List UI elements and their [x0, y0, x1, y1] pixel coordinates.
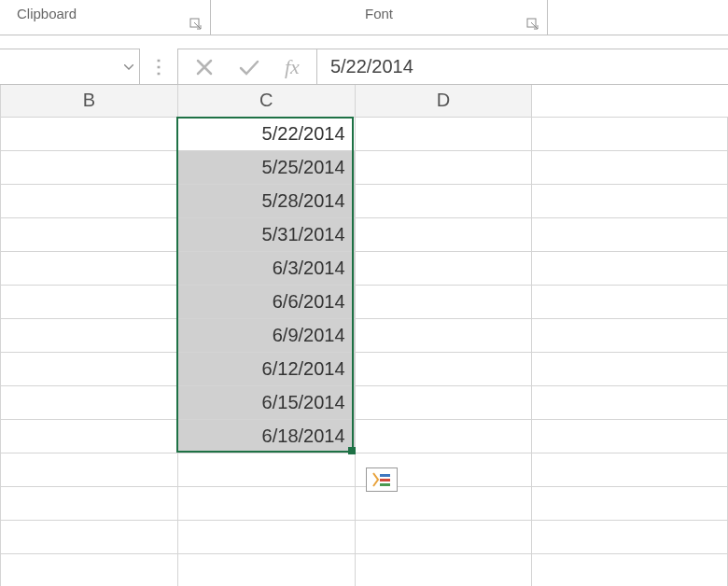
cell[interactable]: [532, 184, 728, 217]
table-row: 6/9/2014: [1, 318, 728, 352]
insert-function-icon[interactable]: fx: [285, 55, 300, 79]
table-row: 6/15/2014: [1, 385, 728, 419]
table-row: 6/18/2014: [1, 419, 728, 453]
cell[interactable]: 5/28/2014: [177, 184, 355, 217]
cell[interactable]: [355, 553, 532, 586]
cell[interactable]: [1, 553, 178, 586]
column-header-B[interactable]: B: [1, 85, 178, 117]
cell[interactable]: [1, 453, 178, 486]
cell[interactable]: [355, 217, 532, 251]
cell[interactable]: [532, 553, 728, 586]
cell[interactable]: [532, 150, 728, 184]
ribbon-group-clipboard: Clipboard: [0, 0, 210, 35]
cell[interactable]: 5/25/2014: [177, 150, 355, 184]
name-box-dropdown-icon[interactable]: [119, 64, 139, 70]
table-row: 6/6/2014: [1, 285, 728, 318]
cell[interactable]: [532, 318, 728, 352]
cell[interactable]: [1, 251, 178, 285]
cell[interactable]: [1, 486, 178, 520]
table-row: [1, 520, 728, 553]
cell[interactable]: [532, 520, 728, 553]
column-header-row: A B C D: [1, 85, 728, 117]
table-row: 5/31/2014: [1, 217, 728, 251]
cell[interactable]: [355, 117, 532, 150]
ribbon-group-font-label: Font: [365, 6, 393, 21]
cell[interactable]: [355, 520, 532, 553]
cell[interactable]: [1, 318, 178, 352]
autofill-options-button[interactable]: [366, 467, 398, 492]
cell[interactable]: 6/15/2014: [177, 385, 355, 419]
cell[interactable]: 6/9/2014: [177, 318, 355, 352]
column-header-D[interactable]: D: [355, 85, 532, 117]
cell[interactable]: [177, 453, 355, 486]
name-box[interactable]: [0, 49, 140, 84]
cell[interactable]: [532, 352, 728, 385]
svg-rect-3: [380, 479, 390, 481]
cell[interactable]: [355, 385, 532, 419]
formula-input[interactable]: 5/22/2014: [316, 49, 728, 84]
ribbon-group-row: Clipboard Font: [0, 0, 728, 35]
table-row: [1, 486, 728, 520]
cell[interactable]: [355, 419, 532, 453]
cell[interactable]: 5/31/2014: [177, 217, 355, 251]
cell[interactable]: [532, 251, 728, 285]
svg-rect-2: [380, 474, 390, 477]
clipboard-dialog-launcher-icon[interactable]: [189, 18, 203, 31]
cell[interactable]: [532, 419, 728, 453]
cell[interactable]: [1, 184, 178, 217]
table-row: 6/3/2014: [1, 251, 728, 285]
cell[interactable]: [532, 285, 728, 318]
formula-bar-separator: ⋮: [140, 49, 177, 84]
sheet-table[interactable]: A B C D 5/22/2014 5/25/2014 5/28/2014 5/…: [0, 85, 728, 586]
cell[interactable]: [532, 117, 728, 150]
cancel-icon[interactable]: [195, 58, 214, 77]
cell[interactable]: [532, 217, 728, 251]
table-row: 5/25/2014: [1, 150, 728, 184]
cell[interactable]: [355, 184, 532, 217]
cell[interactable]: [355, 251, 532, 285]
cell[interactable]: [355, 285, 532, 318]
cell[interactable]: [532, 486, 728, 520]
ribbon-group-font: Font: [211, 0, 547, 35]
cell[interactable]: [177, 520, 355, 553]
cell[interactable]: 5/22/2014: [177, 117, 355, 150]
cell[interactable]: 6/12/2014: [177, 352, 355, 385]
cell[interactable]: 6/6/2014: [177, 285, 355, 318]
cell[interactable]: [1, 520, 178, 553]
font-dialog-launcher-icon[interactable]: [526, 18, 539, 31]
ribbon-group-remainder: [548, 0, 728, 35]
cell[interactable]: [532, 385, 728, 419]
ribbon-group-clipboard-label: Clipboard: [17, 6, 77, 21]
cell[interactable]: [532, 453, 728, 486]
table-row: [1, 553, 728, 586]
cell[interactable]: [177, 553, 355, 586]
cell[interactable]: [355, 318, 532, 352]
formula-bar-buttons: fx: [177, 49, 316, 84]
cell[interactable]: [355, 352, 532, 385]
cell[interactable]: [1, 419, 178, 453]
cell[interactable]: [1, 352, 178, 385]
cell[interactable]: 6/3/2014: [177, 251, 355, 285]
worksheet-grid[interactable]: A B C D 5/22/2014 5/25/2014 5/28/2014 5/…: [0, 85, 728, 586]
formula-input-value: 5/22/2014: [330, 56, 413, 77]
cell[interactable]: [1, 150, 178, 184]
table-row: [1, 453, 728, 486]
cell[interactable]: [355, 150, 532, 184]
cell[interactable]: [1, 217, 178, 251]
cell[interactable]: [1, 385, 178, 419]
enter-icon[interactable]: [238, 58, 260, 77]
table-row: 6/12/2014: [1, 352, 728, 385]
formula-bar: ⋮ fx 5/22/2014: [0, 35, 728, 85]
cell[interactable]: 6/18/2014: [177, 419, 355, 453]
table-row: 5/28/2014: [1, 184, 728, 217]
cell[interactable]: [1, 285, 178, 318]
cell[interactable]: [177, 486, 355, 520]
table-row: 5/22/2014: [1, 117, 728, 150]
cell[interactable]: [1, 117, 178, 150]
column-header-C[interactable]: C: [177, 85, 355, 117]
svg-rect-4: [380, 483, 390, 486]
